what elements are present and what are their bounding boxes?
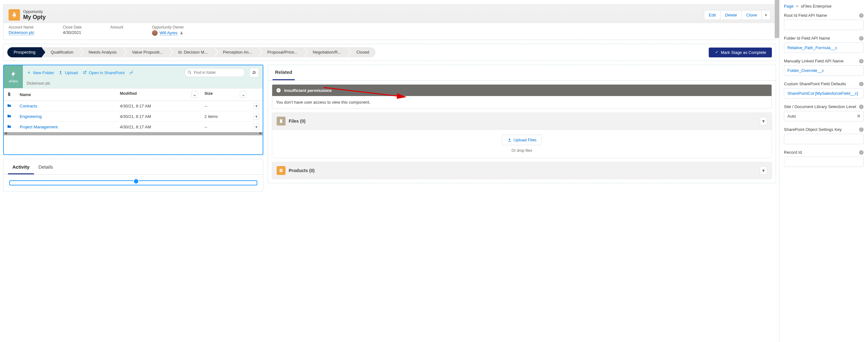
property-label: SharePoint Object Settings Key — [784, 127, 842, 132]
folder-link[interactable]: Engineering — [20, 114, 41, 119]
row-menu-button[interactable]: ▾ — [253, 103, 259, 109]
property-input[interactable] — [784, 88, 864, 99]
clone-button[interactable]: Clone — [742, 10, 762, 20]
property-label: Root Id Field API Name — [784, 13, 827, 18]
amount-label: Amount — [110, 25, 123, 30]
tab-related[interactable]: Related — [273, 65, 295, 80]
info-icon — [276, 88, 281, 93]
path-stage[interactable]: Value Propositi... — [123, 47, 169, 57]
row-menu-button[interactable]: ▾ — [253, 113, 259, 119]
products-related-list: Products (0) ▾ — [272, 162, 772, 179]
property: Custom SharePoint Field Defaultsi — [784, 81, 864, 99]
products-title: Products (0) — [289, 168, 315, 173]
delete-button[interactable]: Delete — [720, 10, 742, 20]
account-name-link[interactable]: Dickenson plc — [8, 30, 34, 35]
modified-cell: 4/30/21, 8:17 AM — [117, 122, 202, 132]
open-in-sharepoint-button[interactable]: Open in SharePoint — [83, 70, 125, 75]
products-icon — [277, 166, 285, 175]
horizontal-scrollbar[interactable] — [4, 132, 263, 135]
search-input[interactable] — [185, 68, 245, 77]
owner-avatar — [152, 30, 158, 36]
permissions-warning: Insufficient permissions You don't have … — [272, 84, 772, 109]
tab-details[interactable]: Details — [34, 160, 57, 174]
mark-stage-complete-button[interactable]: Mark Stage as Complete — [709, 47, 772, 57]
info-icon[interactable]: i — [859, 13, 864, 18]
edit-button[interactable]: Edit — [704, 10, 720, 20]
breadcrumb-page[interactable]: Page — [784, 4, 794, 8]
table-row: Contracts4/30/21, 8:17 AM--▾ — [4, 101, 263, 111]
breadcrumb-component: sFiles Enterprise — [801, 4, 832, 8]
path-stage[interactable]: Qualification — [42, 47, 80, 57]
folder-link[interactable]: Project Management — [20, 125, 58, 129]
property-label: Manually Linked Field API Name — [784, 59, 844, 63]
chevron-down-icon[interactable]: ⌄ — [191, 91, 198, 98]
more-actions-button[interactable]: ▾ — [762, 10, 771, 20]
sfiles-breadcrumb[interactable]: Dickenson plc — [23, 80, 263, 88]
row-menu-button[interactable]: ▾ — [253, 124, 259, 130]
close-date-label: Close Date — [63, 25, 82, 30]
info-icon[interactable]: i — [859, 150, 864, 155]
info-icon[interactable]: i — [859, 36, 864, 41]
files-icon — [277, 117, 285, 126]
col-modified[interactable]: Modified⌄ — [117, 89, 202, 101]
info-icon[interactable]: i — [859, 128, 864, 132]
products-menu[interactable]: ▾ — [760, 166, 767, 175]
property-input[interactable] — [784, 42, 864, 53]
property-label: Site / Document Library Selection Level — [784, 104, 856, 109]
opportunity-icon — [8, 9, 20, 21]
permissions-title: Insufficient permissions — [284, 88, 332, 93]
modified-cell: 4/30/21, 8:17 AM — [117, 101, 202, 111]
modified-cell: 4/30/21, 8:17 AM — [117, 111, 202, 122]
files-menu[interactable]: ▾ — [760, 117, 767, 125]
upload-files-button[interactable]: Upload Files — [502, 135, 542, 145]
col-name[interactable]: Name — [17, 89, 117, 101]
sfiles-component: sFiles New Folder Upload — [3, 65, 263, 155]
highlights-panel: Opportunity My Opty Edit Delete Clone ▾ … — [3, 4, 776, 40]
change-owner-icon[interactable] — [180, 31, 183, 35]
path-stage[interactable]: Negotiation/R... — [304, 47, 348, 57]
property-label: Record Id — [784, 150, 802, 155]
size-cell: -- — [202, 122, 250, 132]
path-stage[interactable]: Prospecting — [7, 47, 42, 57]
upload-button[interactable]: Upload — [58, 70, 78, 75]
owner-link[interactable]: Will Ayres — [160, 30, 178, 35]
info-icon[interactable]: i — [859, 59, 864, 63]
property-input[interactable] — [784, 134, 864, 144]
property: Manually Linked Field API Namei — [784, 59, 864, 76]
property-input[interactable] — [784, 111, 857, 121]
path-stage[interactable]: Needs Analysis — [80, 47, 123, 57]
property-input[interactable] — [784, 157, 864, 167]
refresh-button[interactable]: ⇄ — [249, 68, 259, 77]
clear-icon[interactable]: ✕ — [857, 113, 861, 119]
record-name: My Opty — [23, 14, 704, 21]
table-row: Engineering4/30/21, 8:17 AM2 items▾ — [4, 111, 263, 122]
col-size[interactable]: Size⌄ — [202, 89, 250, 101]
path-stage[interactable]: Perception An... — [214, 47, 258, 57]
drop-files-text: Or drop files — [277, 148, 767, 153]
property-input[interactable] — [784, 65, 864, 76]
info-icon[interactable]: i — [859, 82, 864, 86]
property-label: Custom SharePoint Field Defaults — [784, 81, 846, 86]
property: Root Id Field API Namei — [784, 13, 864, 30]
link-button[interactable] — [129, 70, 133, 75]
folder-link[interactable]: Contracts — [20, 104, 37, 108]
new-folder-button[interactable]: New Folder — [27, 70, 54, 75]
path-stage[interactable]: Closed — [347, 47, 375, 57]
sfiles-logo: sFiles — [4, 65, 23, 88]
tab-activity[interactable]: Activity — [8, 160, 34, 174]
account-name-label: Account Name — [8, 25, 34, 30]
chevron-down-icon[interactable]: ⌄ — [240, 91, 247, 98]
property: Site / Document Library Selection Leveli… — [784, 104, 864, 122]
property-input[interactable] — [784, 20, 864, 30]
mark-stage-complete-label: Mark Stage as Complete — [721, 50, 766, 55]
builder-sidebar: Page > sFiles Enterprise Root Id Field A… — [779, 0, 868, 342]
path-stage[interactable]: Id. Decision M... — [169, 47, 214, 57]
document-header-icon — [7, 92, 11, 96]
folder-icon — [7, 114, 11, 118]
page-scrollbar[interactable] — [775, 0, 779, 38]
owner-label: Opportunity Owner — [152, 25, 184, 30]
path-stage[interactable]: Proposal/Price... — [258, 47, 304, 57]
size-cell: 2 items — [202, 111, 250, 122]
info-icon[interactable]: i — [859, 105, 864, 109]
table-row: Project Management4/30/21, 8:17 AM--▾ — [4, 122, 263, 132]
